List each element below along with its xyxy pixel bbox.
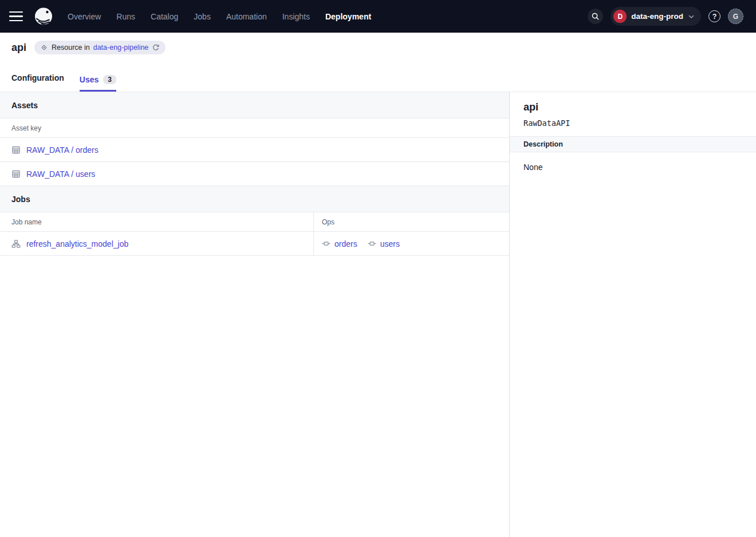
assets-section-header: Assets [0,92,509,119]
reload-icon[interactable] [152,44,160,52]
asset-table-icon [11,169,21,179]
resource-icon [40,44,48,52]
dagster-logo-icon[interactable] [32,5,55,28]
tab-bar: Configuration Uses 3 [0,60,756,92]
page-header: api Resource in data-eng-pipeline [0,33,756,60]
nav-item-overview[interactable]: Overview [68,12,101,21]
job-name-column-header: Job name [0,212,314,231]
jobs-section-header: Jobs [0,186,509,212]
top-nav: Overview Runs Catalog Jobs Automation In… [0,0,756,33]
help-icon[interactable]: ? [708,10,720,22]
resource-detail-panel: api RawDataAPI Description None [510,92,756,537]
nav-right-controls: D data-eng-prod ? G [588,7,743,26]
hamburger-menu-icon[interactable] [9,9,25,25]
asset-key-column-header: Asset key [0,124,53,132]
table-row[interactable]: refresh_analytics_model_job orders users [0,232,509,256]
asset-link-orders[interactable]: RAW_DATA / orders [26,145,99,155]
nav-item-deployment[interactable]: Deployment [325,12,371,21]
deployment-name: data-eng-prod [631,12,683,21]
assets-table-header: Asset key [0,119,509,138]
table-row[interactable]: RAW_DATA / users [0,162,509,186]
user-avatar[interactable]: G [728,9,743,24]
tab-uses-label: Uses [80,75,99,84]
deployment-avatar: D [613,10,627,23]
deployment-switcher[interactable]: D data-eng-prod [611,7,701,26]
op-link-users[interactable]: users [380,239,400,248]
uses-main: Assets Asset key RAW_DATA / orders RAW_D… [0,92,510,537]
code-location-link[interactable]: data-eng-pipeline [93,44,149,52]
search-icon [591,12,600,21]
nav-item-runs[interactable]: Runs [116,12,135,21]
op-icon [368,239,376,248]
description-section-label: Description [510,136,756,152]
resource-location-badge: Resource in data-eng-pipeline [34,41,166,54]
nav-item-catalog[interactable]: Catalog [151,12,178,21]
op-chip-users: users [368,239,400,248]
nav-item-automation[interactable]: Automation [226,12,267,21]
asset-link-users[interactable]: RAW_DATA / users [26,169,95,179]
op-link-orders[interactable]: orders [334,239,357,248]
op-chip-orders: orders [322,239,357,248]
chevron-down-icon [688,13,695,20]
resource-type: RawDataAPI [523,119,742,128]
description-value: None [510,152,756,182]
resource-name: api [523,101,742,113]
nav-item-insights[interactable]: Insights [282,12,310,21]
job-link[interactable]: refresh_analytics_model_job [26,239,128,248]
jobs-table-header: Job name Ops [0,212,509,232]
uses-count-badge: 3 [103,75,116,84]
tab-uses[interactable]: Uses 3 [80,75,116,92]
op-icon [322,239,330,248]
tab-configuration-label: Configuration [11,73,64,82]
job-graph-icon [11,239,21,248]
content-area: Assets Asset key RAW_DATA / orders RAW_D… [0,92,756,537]
asset-table-icon [11,145,21,155]
main-nav: Overview Runs Catalog Jobs Automation In… [68,12,371,21]
tab-configuration[interactable]: Configuration [11,73,64,92]
search-button[interactable] [588,9,603,24]
table-row[interactable]: RAW_DATA / orders [0,138,509,162]
resource-badge-text: Resource in [52,44,90,52]
page-title: api [11,42,26,54]
ops-column-header: Ops [314,218,342,226]
nav-item-jobs[interactable]: Jobs [194,12,211,21]
